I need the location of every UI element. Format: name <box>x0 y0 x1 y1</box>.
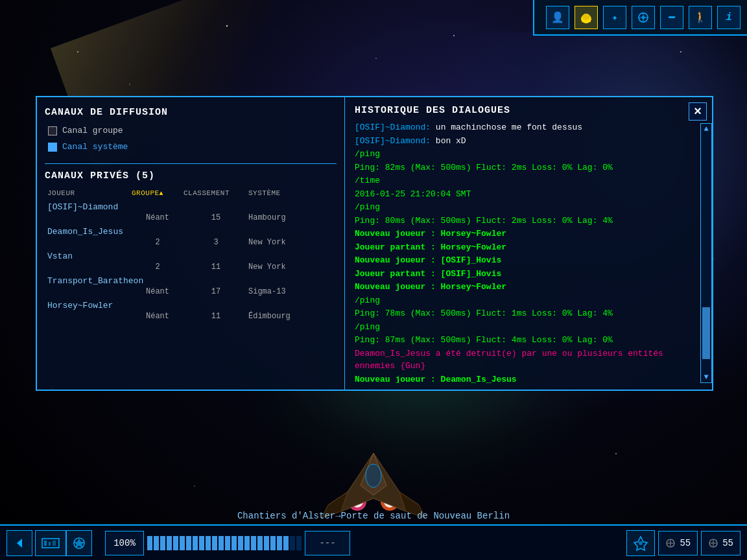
crosshair-icon[interactable] <box>632 6 655 29</box>
player-name: Horsey~Fowler <box>47 301 132 310</box>
energy-segment <box>193 536 198 550</box>
player-row-baratheon[interactable]: Transport_Baratheon Néant 17 Sigma-13 <box>45 275 337 298</box>
chat-line: [OSIF]~Diamond: bon xD <box>355 135 693 148</box>
player-system: New York <box>248 238 334 247</box>
channel-groupe-label: Canal groupe <box>62 126 123 135</box>
chat-line: Ping: 80ms (Max: 500ms) Fluct: 2ms Loss:… <box>355 215 693 228</box>
left-panel: CANAUX DE DIFFUSION Canal groupe Canal s… <box>37 97 345 390</box>
energy-segment <box>244 536 250 550</box>
energy-segment <box>147 536 152 550</box>
player-row-diamond[interactable]: [OSIF]~Diamond Néant 15 Hambourg <box>45 201 337 224</box>
energy-segment <box>238 536 243 550</box>
energy-segment <box>296 536 302 550</box>
energy-segment <box>173 536 178 550</box>
top-icon-bar: 👤 ✦ ━ 🚶 i <box>533 0 747 36</box>
player-groupe: Néant <box>132 213 184 222</box>
channel-systeme[interactable]: Canal système <box>45 141 337 153</box>
energy-bar <box>147 536 302 550</box>
chat-line: /ping <box>355 148 693 161</box>
player-system: Hambourg <box>248 213 334 222</box>
location-text: Chantiers d'Alster→Porte de saut de Nouv… <box>237 511 510 521</box>
svg-rect-30 <box>49 542 51 546</box>
broadcast-title: CANAUX DE DIFFUSION <box>45 107 337 118</box>
energy-segment <box>264 536 269 550</box>
history-title: HISTORIQUE DES DIALOGUES <box>355 105 706 116</box>
player-system: Sigma-13 <box>248 287 334 296</box>
chat-line: Ping: 82ms (Max: 500ms) Fluct: 2ms Loss:… <box>355 161 693 174</box>
player-classement: 15 <box>184 213 248 222</box>
svg-point-12 <box>582 14 590 20</box>
channel-systeme-label: Canal système <box>62 142 128 152</box>
player-groupe: Néant <box>132 312 184 321</box>
star-burst-icon[interactable]: ✦ <box>603 6 626 29</box>
player-name: Transport_Baratheon <box>47 276 132 286</box>
percent-display: 100% <box>105 531 144 555</box>
channel-systeme-checkbox[interactable] <box>48 143 57 152</box>
player-classement: 3 <box>184 238 248 247</box>
chat-line: Joueur partant : [OSIF]_Hovis <box>355 268 693 281</box>
energy-segment <box>186 536 191 550</box>
energy-segment <box>219 536 224 550</box>
prev-button[interactable] <box>6 530 32 556</box>
divider-1 <box>45 163 337 164</box>
private-channels-title: CANAUX PRIVÉS (5) <box>45 170 337 181</box>
close-button[interactable]: × <box>689 102 707 121</box>
energy-segment <box>283 536 289 550</box>
chat-line: Nouveau joueur : Horsey~Fowler <box>355 228 693 240</box>
svg-point-35 <box>639 541 643 545</box>
svg-rect-13 <box>582 20 591 22</box>
energy-segment <box>154 536 159 550</box>
stat-display-1: 55 <box>658 531 698 555</box>
player-classement: 11 <box>184 262 248 272</box>
energy-segment <box>251 536 256 550</box>
humanoid-icon[interactable]: 🚶 <box>689 6 712 29</box>
col-joueur: JOUEUR <box>47 189 132 197</box>
energy-segment <box>160 536 165 550</box>
chat-line: Ping: 87ms (Max: 500ms) Fluct: 4ms Loss:… <box>355 334 693 347</box>
player-name: Vstan <box>47 251 132 261</box>
person-icon[interactable]: 👤 <box>546 6 569 29</box>
player-groupe: 2 <box>132 262 184 272</box>
player-name: [OSIF]~Diamond <box>47 202 132 212</box>
bottom-stats: 55 55 <box>626 530 741 556</box>
chat-line: Nouveau joueur : Horsey~Fowler <box>355 281 693 294</box>
ship-select-button[interactable] <box>66 530 92 556</box>
energy-segment <box>167 536 172 550</box>
energy-segment <box>277 536 282 550</box>
table-header: JOUEUR GROUPE▲ CLASSEMENT SYSTÈME <box>45 188 337 198</box>
weapon-icon[interactable]: ━ <box>660 6 683 29</box>
energy-segment <box>290 536 295 550</box>
chat-line: /time <box>355 174 693 187</box>
helmet-icon[interactable] <box>575 6 598 29</box>
player-system: New York <box>248 262 334 272</box>
player-groupe: 2 <box>132 238 184 247</box>
energy-segment <box>231 536 237 550</box>
channel-groupe[interactable]: Canal groupe <box>45 124 337 137</box>
energy-section: 100% --- <box>105 531 350 555</box>
right-panel: HISTORIQUE DES DIALOGUES × ▲ ▼ [OSIF]~Di… <box>345 97 712 390</box>
col-groupe: GROUPE▲ <box>132 189 184 197</box>
chat-line: [OSIF]~Diamond: un machinchose me font d… <box>355 121 693 134</box>
player-row-deamon[interactable]: Deamon_Is_Jesus 2 3 New York <box>45 226 337 249</box>
energy-segment <box>212 536 217 550</box>
stat2-value: 55 <box>722 538 733 548</box>
info-icon[interactable]: i <box>717 6 741 29</box>
ship-icon-button[interactable] <box>626 530 655 556</box>
chat-line: Nouveau joueur : Deamon_Is_Jesus <box>355 373 693 384</box>
chat-line: Joueur partant : Horsey~Fowler <box>355 241 693 254</box>
energy-segment <box>270 536 276 550</box>
svg-rect-29 <box>44 541 47 546</box>
map-button[interactable] <box>35 530 66 556</box>
chat-line: Nouveau joueur : [OSIF]_Hovis <box>355 254 693 267</box>
player-classement: 17 <box>184 287 248 296</box>
chat-line: Ping: 78ms (Max: 500ms) Fluct: 1ms Loss:… <box>355 307 693 320</box>
player-name: Deamon_Is_Jesus <box>47 227 132 237</box>
channel-groupe-checkbox[interactable] <box>48 126 57 135</box>
chat-history: [OSIF]~Diamond: un machinchose me font d… <box>355 121 706 383</box>
chat-line: 2016-01-25 21:20:04 SMT <box>355 188 693 201</box>
player-groupe: Néant <box>132 287 184 296</box>
dialog-main: CANAUX DE DIFFUSION Canal groupe Canal s… <box>36 96 713 391</box>
player-row-vstan[interactable]: Vstan 2 11 New York <box>45 250 337 274</box>
player-row-horsey[interactable]: Horsey~Fowler Néant 11 Édimbourg <box>45 299 337 323</box>
col-classement: CLASSEMENT <box>184 189 248 197</box>
